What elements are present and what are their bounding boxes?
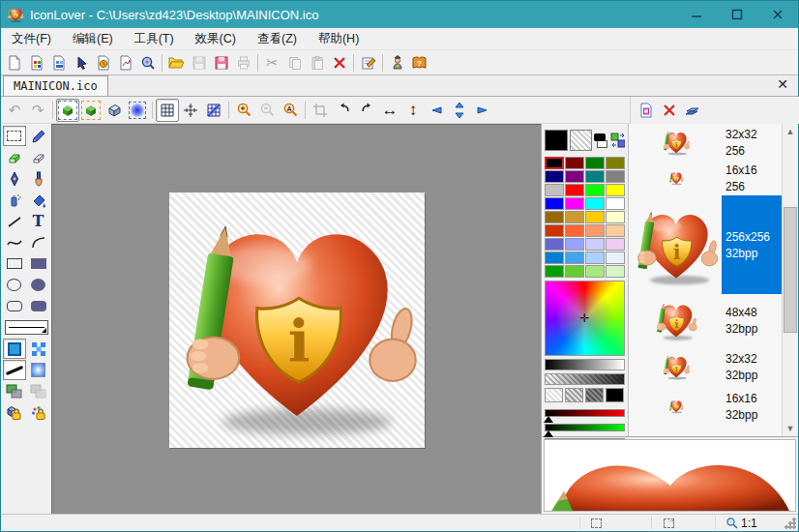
shift-left-button[interactable] [425,99,448,122]
palette-color-9[interactable] [565,184,584,196]
tool-eraser[interactable] [27,147,50,167]
tool-curve[interactable] [3,232,26,252]
alpha-preset-100[interactable] [606,388,624,402]
alpha-preset-0[interactable] [545,388,563,402]
palette-color-35[interactable] [606,265,625,278]
list-scrollbar[interactable]: ▲ ▼ [782,124,798,436]
crop-button[interactable] [309,99,332,122]
wizard-button[interactable] [386,52,408,74]
tool-pencil[interactable] [27,126,50,146]
cut-button[interactable]: ✂ [261,52,283,74]
palette-color-22[interactable] [585,224,605,237]
zoom-in-button[interactable] [232,99,255,122]
scrollbar-thumb[interactable] [784,207,797,333]
palette-color-33[interactable] [565,265,584,278]
palette-color-34[interactable] [585,265,605,278]
delete-button[interactable] [328,52,350,74]
size-item-256-32bpp[interactable]: 256x25632bpp [630,195,782,294]
foreground-color-swatch[interactable] [545,130,568,151]
new-icon-library-button[interactable] [25,52,47,74]
save-as-button[interactable] [210,52,232,74]
green-slider[interactable] [545,424,625,431]
palette-color-0[interactable] [545,157,564,169]
lock-pixels-toggle[interactable] [3,402,26,423]
menu-tools[interactable]: 工具(T) [124,28,185,49]
palette-color-14[interactable] [585,197,605,210]
palette-color-18[interactable] [585,211,605,223]
new-image-button[interactable] [47,52,70,74]
palette-color-28[interactable] [545,251,564,264]
layers-button[interactable] [681,99,704,122]
alpha-bar[interactable] [545,373,625,385]
palette-color-25[interactable] [565,238,584,251]
tool-blend-alt[interactable] [27,381,50,401]
menu-edit[interactable]: 编辑(E) [62,28,124,49]
palette-color-19[interactable] [606,211,625,223]
new-icon-button[interactable] [3,52,25,74]
tool-text[interactable]: T [27,211,50,231]
slider-marker[interactable] [544,416,553,423]
tool-dither[interactable] [27,339,50,359]
tool-arc[interactable] [27,232,50,252]
lock-colors-toggle[interactable] [27,402,50,423]
size-item-48-32bpp[interactable]: 48x4832bpp [630,294,782,346]
palette-color-4[interactable] [545,170,564,183]
alpha-preset-33[interactable] [565,388,583,402]
palette-color-26[interactable] [585,238,605,251]
palette-color-7[interactable] [606,170,625,183]
tool-gradient[interactable] [27,360,50,380]
palette-color-5[interactable] [565,170,584,183]
help-button[interactable]: ? [408,52,430,74]
maximize-button[interactable] [717,1,757,28]
minimize-button[interactable] [676,1,717,28]
tab-close-icon[interactable]: ✕ [777,77,788,91]
icon-artboard[interactable] [169,192,425,448]
tool-smooth-stroke[interactable] [3,360,26,380]
save-button[interactable] [188,52,210,74]
swap-colors-icon[interactable] [609,132,625,149]
luminance-bar[interactable] [545,359,625,370]
shift-right-button[interactable] [471,99,494,122]
palette-color-29[interactable] [565,251,584,264]
new-cursor-button[interactable] [70,52,92,74]
tool-rectangle[interactable] [3,253,26,274]
resize-canvas-button[interactable] [448,99,471,122]
tool-brush[interactable] [27,168,50,189]
undo-button[interactable]: ↶ [3,99,26,122]
menu-help[interactable]: 帮助(H) [308,28,370,49]
size-item-32-32bpp[interactable]: 32x3232bpp [630,346,782,387]
show-grid-button[interactable] [156,99,179,122]
menu-view[interactable]: 查看(Z) [247,28,308,49]
tool-select[interactable] [3,126,26,146]
paste-button[interactable] [306,52,328,74]
palette-color-24[interactable] [545,238,564,251]
menu-effects[interactable]: 效果(C) [185,28,247,49]
draw-mode-selected-button[interactable] [79,99,103,122]
copy-button[interactable] [283,52,306,74]
color-picker-field[interactable]: ✛ [545,281,625,356]
show-diagonal-grid-button[interactable] [202,99,225,122]
open-button[interactable] [165,52,188,74]
palette-color-1[interactable] [565,157,584,169]
add-image-button[interactable] [635,99,658,122]
scroll-up-icon[interactable]: ▲ [783,124,798,139]
palette-color-12[interactable] [545,197,564,210]
tool-ellipse-filled[interactable] [27,275,50,295]
palette-color-6[interactable] [585,170,605,183]
editor-canvas[interactable] [51,124,541,514]
size-item-16-32bpp[interactable]: 16x1632bpp [630,387,782,426]
draw-mode-blur-button[interactable] [126,99,149,122]
tool-spray[interactable] [3,190,26,210]
rotate-left-button[interactable] [332,99,355,122]
red-slider[interactable] [545,409,625,417]
palette-color-13[interactable] [565,197,584,210]
palette-color-21[interactable] [565,224,584,237]
menu-file[interactable]: 文件(F) [1,28,62,49]
palette-color-20[interactable] [545,224,564,237]
palette-color-31[interactable] [606,251,625,264]
delete-image-button[interactable] [658,99,681,122]
draw-mode-normal-button[interactable] [56,99,79,122]
flip-vertical-button[interactable]: ↕ [401,99,425,122]
palette-color-8[interactable] [545,184,564,196]
print-button[interactable] [232,52,254,74]
